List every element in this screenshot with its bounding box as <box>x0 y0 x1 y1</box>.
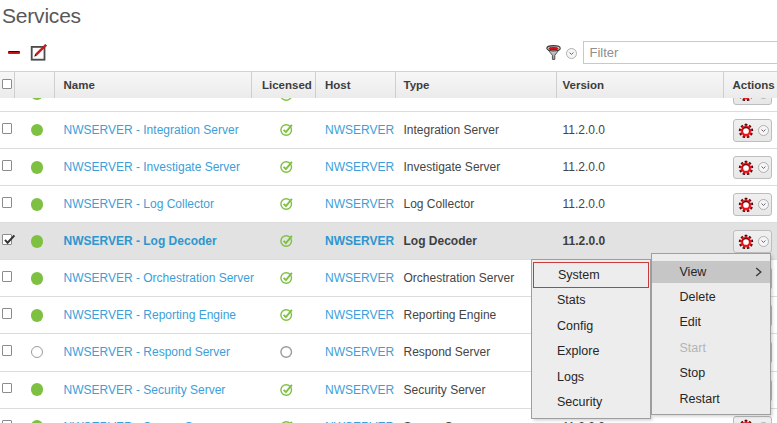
licensed-cell <box>252 123 316 137</box>
submenu-item-explore[interactable]: Explore <box>532 339 650 365</box>
service-name-link[interactable]: NWSERVER - Security Server <box>55 383 252 397</box>
chevron-down-icon <box>758 162 769 173</box>
host-link[interactable]: NWSERVER <box>316 420 396 423</box>
host-link[interactable]: NWSERVER <box>316 234 396 248</box>
type-cell: Integration Server <box>396 123 557 137</box>
actions-gear-button[interactable] <box>733 119 772 142</box>
row-checkbox[interactable] <box>2 383 13 394</box>
status-dot-green <box>31 98 44 100</box>
licensed-check-icon <box>280 160 294 174</box>
submenu-arrow-icon <box>755 267 762 277</box>
page-title: Services <box>2 4 81 28</box>
submenu-item-logs[interactable]: Logs <box>532 364 650 390</box>
actions-gear-button[interactable] <box>733 98 772 105</box>
status-dot-empty <box>31 346 43 358</box>
service-name-link[interactable]: NWSERVER - Orchestration Server <box>55 271 252 285</box>
header-licensed[interactable]: Licensed <box>252 72 316 98</box>
filter-funnel-icon[interactable] <box>546 45 561 60</box>
host-link[interactable]: NWSERVER <box>316 123 396 137</box>
status-dot-green <box>31 198 44 211</box>
actions-gear-button[interactable] <box>733 416 772 423</box>
header-name[interactable]: Name <box>55 72 252 98</box>
header-actions[interactable]: Actions <box>724 72 777 98</box>
type-cell: Log Collector <box>396 197 557 211</box>
header-host[interactable]: Host <box>316 72 396 98</box>
submenu-item-system[interactable]: System <box>533 262 649 288</box>
host-link[interactable]: NWSERVER <box>316 197 396 211</box>
unlicensed-circle-icon <box>280 345 294 359</box>
filter-input[interactable] <box>583 41 777 64</box>
service-name-link[interactable]: NWSERVER - Respond Server <box>55 345 252 359</box>
menu-item-delete[interactable]: Delete <box>652 284 770 309</box>
table-row[interactable]: NWSERVER - Log Collector NWSERVER Log Co… <box>0 186 777 223</box>
host-link[interactable]: NWSERVER <box>316 271 396 285</box>
actions-context-menu: View Delete Edit Start Stop Restart <box>651 253 771 416</box>
menu-item-restart[interactable]: Restart <box>652 386 770 411</box>
host-link[interactable]: NWSERVER <box>316 308 396 322</box>
header-type[interactable]: Type <box>396 72 557 98</box>
table-row[interactable]: NWSERVER - Investigate Server NWSERVER I… <box>0 149 777 186</box>
version-cell: 11.2.0.0 <box>557 123 724 137</box>
header-version[interactable]: Version <box>557 72 724 98</box>
table-row[interactable]: NWSERVER - Integration Server NWSERVER I… <box>0 112 777 149</box>
filter-options-chevron-icon[interactable] <box>566 48 577 59</box>
row-checkbox-checked[interactable] <box>2 234 13 245</box>
row-checkbox[interactable] <box>2 271 13 282</box>
licensed-check-icon <box>280 420 294 423</box>
licensed-check-icon <box>280 271 294 285</box>
service-name-link[interactable]: NWSERVER - Log Collector <box>55 197 252 211</box>
remove-service-button[interactable] <box>8 51 20 55</box>
menu-item-view[interactable]: View <box>652 259 770 284</box>
host-link[interactable]: NWSERVER <box>316 160 396 174</box>
licensed-cell <box>252 383 316 397</box>
licensed-cell <box>252 271 316 285</box>
menu-item-edit[interactable]: Edit <box>652 310 770 335</box>
gear-icon <box>738 123 754 139</box>
checkbox-check-icon <box>3 234 15 246</box>
chevron-down-icon <box>758 98 769 99</box>
gear-icon <box>738 234 754 250</box>
licensed-check-icon <box>280 234 294 248</box>
type-cell: Log Decoder <box>396 234 557 248</box>
service-name-link[interactable]: NWSERVER - Log Decoder <box>55 234 252 248</box>
type-cell: Investigate Server <box>396 160 557 174</box>
status-cell <box>15 272 56 285</box>
service-name-link[interactable]: NWSERVER - Reporting Engine <box>55 308 252 322</box>
select-cell <box>0 197 15 211</box>
services-page: Services Name Licensed Host Type Version… <box>0 0 777 423</box>
status-cell <box>15 235 56 248</box>
row-checkbox[interactable] <box>2 123 13 134</box>
actions-gear-button[interactable] <box>733 156 772 179</box>
host-link[interactable]: NWSERVER <box>316 345 396 359</box>
menu-item-stop[interactable]: Stop <box>652 361 770 386</box>
row-checkbox[interactable] <box>2 160 13 171</box>
row-checkbox[interactable] <box>2 345 13 356</box>
table-row-partial-top[interactable] <box>0 98 777 112</box>
submenu-item-stats[interactable]: Stats <box>532 288 650 314</box>
status-dot-green <box>31 161 44 174</box>
actions-gear-button[interactable] <box>733 193 772 216</box>
row-checkbox[interactable] <box>2 197 13 208</box>
menu-item-start[interactable]: Start <box>652 335 770 360</box>
select-cell <box>0 308 15 322</box>
licensed-cell <box>252 420 316 423</box>
status-cell <box>15 383 56 396</box>
select-cell <box>0 123 15 137</box>
status-cell <box>15 309 56 322</box>
status-dot-green <box>31 272 44 285</box>
host-link[interactable]: NWSERVER <box>316 383 396 397</box>
status-cell <box>15 124 56 137</box>
edit-service-button[interactable] <box>30 44 48 62</box>
actions-gear-button[interactable] <box>733 230 772 253</box>
service-name-link[interactable]: NWSERVER - Source Server <box>55 420 252 423</box>
row-checkbox[interactable] <box>2 420 13 423</box>
version-cell: 11.2.0.0 <box>557 197 724 211</box>
header-status-cell[interactable] <box>15 72 56 98</box>
service-name-link[interactable]: NWSERVER - Investigate Server <box>55 160 252 174</box>
row-checkbox[interactable] <box>2 308 13 319</box>
select-all-checkbox[interactable] <box>2 79 13 90</box>
service-name-link[interactable]: NWSERVER - Integration Server <box>55 123 252 137</box>
submenu-item-config[interactable]: Config <box>532 313 650 339</box>
submenu-item-security[interactable]: Security <box>532 390 650 416</box>
select-cell <box>0 383 15 397</box>
